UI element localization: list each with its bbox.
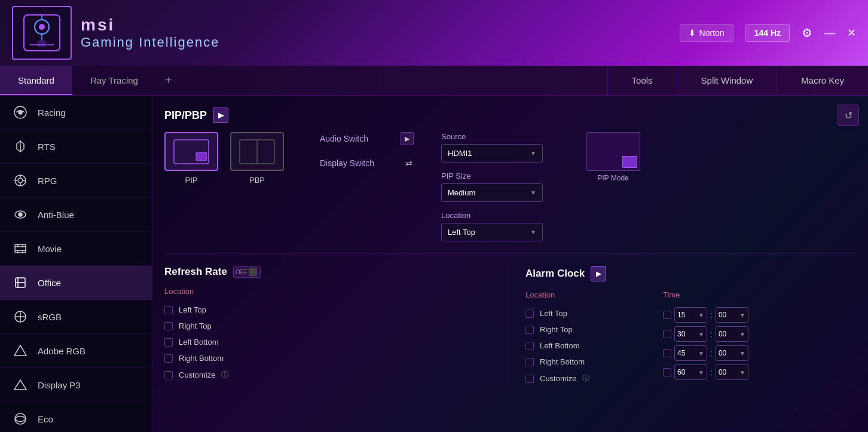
pip-mode-svg — [173, 139, 209, 164]
source-col: Source HDMI1 ▼ PIP Size Medium ▼ — [441, 132, 561, 241]
rr-checkbox-right-top[interactable] — [164, 322, 173, 330]
ac-checkbox-left-bottom[interactable] — [525, 342, 534, 350]
source-dropdown[interactable]: HDMI1 ▼ — [441, 144, 543, 163]
sidebar-item-srgb[interactable]: sRGB — [0, 300, 152, 334]
rr-label-right-top: Right Top — [179, 321, 212, 330]
logo-msi: msi — [81, 16, 219, 35]
alarm-clock-play-button[interactable]: ▶ — [591, 266, 606, 281]
display-switch-button[interactable]: ⇄ — [401, 157, 417, 169]
sidebar-item-racing[interactable]: Racing — [0, 96, 152, 130]
audio-switch-button[interactable]: ▶ — [401, 132, 414, 145]
rr-checkbox-left-top[interactable] — [164, 306, 173, 314]
pbp-mode-label: PBP — [249, 176, 265, 185]
svg-rect-4 — [38, 41, 46, 47]
refresh-button[interactable]: ↺ — [838, 105, 859, 126]
tab-tools[interactable]: Tools — [607, 66, 677, 95]
alarm-time-row-0: 15 ▼ : 00 ▼ — [663, 305, 748, 324]
alarm-time-hours-0[interactable]: 15 ▼ — [674, 307, 707, 323]
ac-label-left-top: Left Top — [540, 309, 567, 318]
rr-location-left-top: Left Top — [164, 302, 495, 318]
racing-icon — [12, 104, 29, 121]
rr-checkbox-right-bottom[interactable] — [164, 354, 173, 363]
alarm-time-row-1: 30 ▼ : 00 ▼ — [663, 324, 748, 344]
sidebar-item-office[interactable]: Office — [0, 266, 152, 300]
tab-ray-tracing[interactable]: Ray Tracing — [72, 66, 156, 95]
tab-standard[interactable]: Standard — [0, 66, 72, 95]
hz-badge: 144 Hz — [745, 24, 790, 42]
alarm-time-hours-1[interactable]: 30 ▼ — [674, 326, 707, 342]
rr-label-left-top: Left Top — [179, 305, 206, 314]
alarm-time-hours-2[interactable]: 45 ▼ — [674, 345, 707, 361]
pip-inner-preview — [622, 156, 637, 168]
tab-right-group: Tools Split Window Macro Key — [607, 66, 868, 95]
pip-mode-preview-label: PIP Mode — [597, 174, 628, 182]
tab-split-window[interactable]: Split Window — [677, 66, 777, 95]
svg-point-13 — [19, 213, 22, 216]
sidebar-label-movie: Movie — [38, 244, 62, 254]
svg-point-10 — [18, 178, 23, 183]
ac-checkbox-left-top[interactable] — [525, 310, 534, 318]
alarm-time-minutes-0[interactable]: 00 ▼ — [716, 307, 748, 323]
tab-add-button[interactable]: + — [156, 73, 181, 87]
sidebar-label-rpg: RPG — [38, 176, 57, 186]
tab-macro-key[interactable]: Macro Key — [777, 66, 868, 95]
sidebar-item-eco[interactable]: Eco — [0, 402, 152, 432]
settings-button[interactable]: ⚙ — [802, 26, 812, 40]
alarm-time-minutes-1[interactable]: 00 ▼ — [716, 326, 748, 342]
sidebar-label-anti-blue: Anti-Blue — [38, 210, 74, 220]
refresh-rate-toggle[interactable]: OFF — [233, 266, 261, 278]
rr-customize-info-icon: ⓘ — [221, 370, 228, 380]
time-sep-0: : — [710, 310, 713, 320]
pip-pbp-play-button[interactable]: ▶ — [213, 108, 228, 123]
ac-location-left-top: Left Top — [525, 305, 645, 321]
anti-blue-icon — [12, 206, 29, 223]
sidebar-item-anti-blue[interactable]: Anti-Blue — [0, 198, 152, 232]
rr-checkbox-customize[interactable] — [164, 371, 173, 379]
tab-bar: Standard Ray Tracing + Tools Split Windo… — [0, 66, 868, 96]
toggle-dot — [249, 268, 257, 276]
alarm-time-minutes-3[interactable]: 00 ▼ — [716, 364, 748, 380]
ac-label-left-bottom: Left Bottom — [540, 341, 579, 350]
sidebar-item-rts[interactable]: RTS — [0, 130, 152, 164]
source-label: Source — [441, 132, 561, 141]
close-button[interactable]: ✕ — [847, 26, 856, 39]
logo-gaming: Gaming Intelligence — [81, 35, 219, 50]
pip-size-value: Medium — [448, 188, 475, 197]
time-minutes-arrow-1: ▼ — [739, 331, 745, 338]
pip-pbp-section: PIP/PBP ▶ PIP — [164, 108, 856, 241]
ac-checkbox-right-bottom[interactable] — [525, 358, 534, 366]
alarm-time-hours-3[interactable]: 60 ▼ — [674, 364, 707, 380]
minimize-button[interactable]: — — [824, 27, 835, 39]
logo-text: msi Gaming Intelligence — [81, 16, 219, 50]
sidebar-item-display-p3[interactable]: Display P3 — [0, 368, 152, 402]
pip-icon-wrap — [164, 132, 218, 171]
alarm-time-checkbox-0[interactable] — [663, 311, 671, 319]
header-right: ⬇ Norton 144 Hz ⚙ — ✕ — [680, 24, 856, 42]
svg-marker-24 — [14, 380, 26, 390]
sidebar-item-movie[interactable]: Movie — [0, 232, 152, 266]
pip-pbp-row: PIP PBP Audio Switch ▶ — [164, 132, 856, 241]
tab-ray-tracing-label: Ray Tracing — [90, 75, 138, 85]
sidebar-item-rpg[interactable]: RPG — [0, 164, 152, 198]
srgb-icon — [12, 308, 29, 325]
ac-location-customize: Customize ⓘ — [525, 370, 645, 387]
sidebar-label-rts: RTS — [38, 142, 56, 152]
pip-mode-preview: PIP Mode — [585, 132, 641, 241]
norton-button[interactable]: ⬇ Norton — [680, 24, 733, 42]
pip-location-dropdown[interactable]: Left Top ▼ — [441, 223, 543, 241]
svg-rect-14 — [15, 244, 26, 253]
alarm-time-minutes-2[interactable]: 00 ▼ — [716, 345, 748, 361]
pip-size-dropdown[interactable]: Medium ▼ — [441, 183, 543, 202]
alarm-time-checkbox-3[interactable] — [663, 368, 671, 376]
source-dropdown-arrow: ▼ — [530, 150, 536, 157]
pip-mode-pbp[interactable]: PBP — [230, 132, 284, 185]
ac-location-left-bottom: Left Bottom — [525, 338, 645, 354]
ac-checkbox-customize[interactable] — [525, 375, 534, 383]
ac-checkbox-right-top[interactable] — [525, 326, 534, 334]
office-icon — [12, 274, 29, 291]
pip-mode-pip[interactable]: PIP — [164, 132, 218, 185]
sidebar-item-adobe-rgb[interactable]: Adobe RGB — [0, 334, 152, 368]
rr-checkbox-left-bottom[interactable] — [164, 338, 173, 347]
alarm-time-checkbox-1[interactable] — [663, 330, 671, 338]
alarm-time-checkbox-2[interactable] — [663, 349, 671, 357]
